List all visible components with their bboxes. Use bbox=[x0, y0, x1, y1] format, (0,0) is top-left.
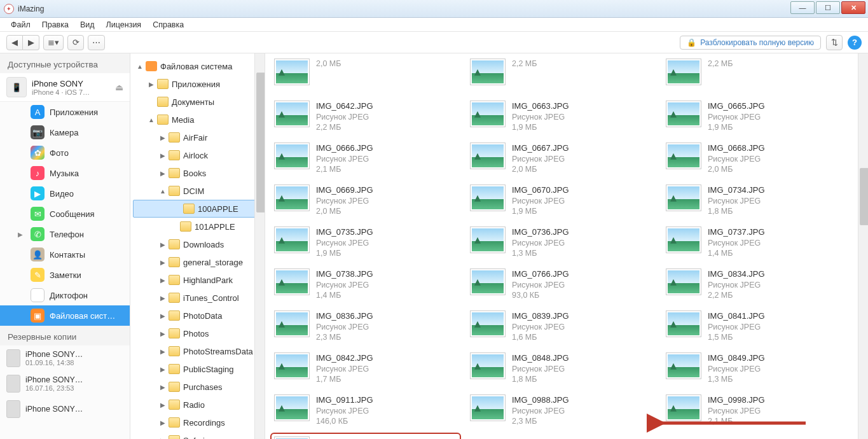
sidebar-item-7[interactable]: 👤Контакты bbox=[0, 244, 130, 265]
tree-arrow-icon: ▶ bbox=[158, 384, 167, 391]
device-header[interactable]: 📱 iPhone SONY iPhone 4 · iOS 7… ⏏ bbox=[0, 73, 130, 102]
eject-icon[interactable]: ⏏ bbox=[115, 82, 123, 92]
tree-node-label: 100APPLE bbox=[198, 204, 238, 214]
tree-node-12[interactable]: ▶iTunes_Control bbox=[130, 289, 265, 307]
view-mode-button[interactable]: ≣▾ bbox=[43, 35, 64, 50]
sidebar-item-label: Телефон bbox=[50, 230, 84, 239]
file-item-19[interactable]: IMG_0839.JPGРисунок JPEG1,6 МБ bbox=[470, 310, 653, 346]
menu-item-3[interactable]: Лицензия bbox=[100, 20, 148, 29]
backup-item-0[interactable]: iPhone SONY…01.09.16, 14:38 bbox=[0, 345, 130, 371]
nav-back-button[interactable]: ◀ bbox=[6, 35, 23, 50]
file-item-0[interactable]: Рисунок JPEG2,0 МБ bbox=[274, 59, 457, 94]
sidebar-item-2[interactable]: ✿Фото bbox=[0, 143, 130, 163]
menu-item-0[interactable]: Файл bbox=[5, 20, 36, 29]
tree-node-5[interactable]: ▶Books bbox=[130, 164, 265, 182]
menu-item-2[interactable]: Вид bbox=[74, 20, 100, 29]
sidebar-item-4[interactable]: ▶Видео bbox=[0, 183, 130, 204]
tree-node-2[interactable]: ▲Media bbox=[130, 111, 265, 129]
tree-node-10[interactable]: ▶general_storage bbox=[130, 253, 265, 271]
file-item-5[interactable]: IMG_0665.JPGРисунок JPEG1,9 МБ bbox=[666, 101, 849, 136]
sidebar-item-0[interactable]: AПриложения bbox=[0, 102, 130, 122]
file-item-2[interactable]: Рисунок JPEG2,2 МБ bbox=[666, 59, 849, 94]
tree-node-19[interactable]: ▶Recordings bbox=[130, 414, 265, 431]
sidebar-item-8[interactable]: ✎Заметки bbox=[0, 265, 130, 285]
tree-node-15[interactable]: ▶PhotoStreamsData bbox=[130, 342, 265, 360]
window-minimize-button[interactable]: — bbox=[790, 1, 815, 14]
file-item-17[interactable]: IMG_0834.JPGРисунок JPEG2,2 МБ bbox=[666, 268, 849, 304]
file-type: Рисунок JPEG bbox=[512, 322, 569, 333]
file-item-1[interactable]: Рисунок JPEG2,2 МБ bbox=[470, 59, 653, 94]
tree-node-17[interactable]: ▶Purchases bbox=[130, 378, 265, 396]
backup-item-1[interactable]: iPhone SONY…16.07.16, 23:53 bbox=[0, 371, 130, 396]
file-item-16[interactable]: IMG_0766.JPGРисунок JPEG93,0 КБ bbox=[470, 268, 653, 304]
backup-item-2[interactable]: iPhone SONY… bbox=[0, 396, 130, 422]
tree-node-0[interactable]: ▶Приложения bbox=[130, 75, 265, 93]
window-maximize-button[interactable]: ☐ bbox=[816, 1, 840, 14]
file-item-8[interactable]: IMG_0668.JPGРисунок JPEG2,0 МБ bbox=[666, 143, 849, 178]
file-item-9[interactable]: IMG_0669.JPGРисунок JPEG2,0 МБ bbox=[274, 185, 457, 220]
unlock-full-version-button[interactable]: 🔒 Разблокировать полную версию bbox=[680, 36, 821, 50]
tree-node-4[interactable]: ▶Airlock bbox=[130, 146, 265, 164]
tree-node-14[interactable]: ▶Photos bbox=[130, 324, 265, 342]
file-name: IMG_0667.JPG bbox=[512, 143, 569, 154]
sync-button[interactable]: ⇅ bbox=[826, 35, 843, 50]
tree-node-11[interactable]: ▶HighlandPark bbox=[130, 271, 265, 289]
tree-node-16[interactable]: ▶PublicStaging bbox=[130, 360, 265, 378]
file-item-26[interactable]: IMG_0998.JPGРисунок JPEG2,1 МБ bbox=[666, 394, 849, 430]
file-item-15[interactable]: IMG_0738.JPGРисунок JPEG1,4 МБ bbox=[274, 268, 457, 304]
tree-scrollbar[interactable] bbox=[254, 53, 265, 439]
sidebar-item-5[interactable]: ✉Сообщения bbox=[0, 204, 130, 224]
file-type: Рисунок JPEG bbox=[316, 112, 373, 123]
file-item-25[interactable]: IMG_0988.JPGРисунок JPEG2,3 МБ bbox=[470, 394, 653, 430]
file-item-18[interactable]: IMG_0836.JPGРисунок JPEG2,3 МБ bbox=[274, 310, 457, 346]
file-item-12[interactable]: IMG_0735.JPGРисунок JPEG1,9 МБ bbox=[274, 226, 457, 262]
file-item-24[interactable]: IMG_0911.JPGРисунок JPEG146,0 КБ bbox=[274, 394, 457, 430]
folder-icon bbox=[180, 221, 191, 232]
tree-node-label: Приложения bbox=[172, 80, 220, 89]
nav-forward-button[interactable]: ▶ bbox=[23, 35, 39, 50]
file-size: 1,5 МБ bbox=[708, 332, 765, 343]
file-name: IMG_0834.JPG bbox=[708, 268, 765, 280]
tree-node-20[interactable]: ▶Safari bbox=[130, 431, 265, 439]
help-button[interactable]: ? bbox=[848, 36, 862, 50]
window-close-button[interactable]: ✕ bbox=[841, 1, 865, 14]
file-item-20[interactable]: IMG_0841.JPGРисунок JPEG1,5 МБ bbox=[666, 310, 849, 346]
tree-node-6[interactable]: ▲DCIM bbox=[130, 182, 265, 200]
file-item-10[interactable]: IMG_0670.JPGРисунок JPEG1,9 МБ bbox=[470, 185, 653, 220]
sidebar-item-9[interactable]: ∿Диктофон bbox=[0, 285, 130, 305]
backup-icon bbox=[6, 349, 20, 367]
chevron-right-icon: ▶ bbox=[18, 231, 23, 238]
options-button[interactable]: ⋯ bbox=[88, 35, 105, 50]
file-item-22[interactable]: IMG_0848.JPGРисунок JPEG1,8 МБ bbox=[470, 352, 653, 388]
file-item-3[interactable]: IMG_0642.JPGРисунок JPEG2,2 МБ bbox=[274, 101, 457, 136]
file-thumbnail bbox=[666, 143, 701, 169]
sidebar-item-3[interactable]: ♪Музыка bbox=[0, 163, 130, 183]
tree-node-9[interactable]: ▶Downloads bbox=[130, 235, 265, 253]
tree-node-1[interactable]: Документы bbox=[130, 93, 265, 111]
sidebar-item-6[interactable]: ▶✆Телефон bbox=[0, 224, 130, 244]
file-item-14[interactable]: IMG_0737.JPGРисунок JPEG1,4 МБ bbox=[666, 226, 849, 262]
file-item-27[interactable]: IMG_0999.JPGРисунок JPEG2,1 МБ bbox=[273, 435, 458, 439]
sidebar-item-1[interactable]: 📷Камера bbox=[0, 122, 130, 143]
file-item-6[interactable]: IMG_0666.JPGРисунок JPEG2,1 МБ bbox=[274, 143, 457, 178]
file-item-21[interactable]: IMG_0842.JPGРисунок JPEG1,7 МБ bbox=[274, 352, 457, 388]
tree-node-7[interactable]: 100APPLE bbox=[133, 200, 262, 218]
tree-node-3[interactable]: ▶AirFair bbox=[130, 129, 265, 146]
file-item-23[interactable]: IMG_0849.JPGРисунок JPEG1,3 МБ bbox=[666, 352, 849, 388]
file-type: Рисунок JPEG bbox=[512, 154, 569, 165]
file-item-7[interactable]: IMG_0667.JPGРисунок JPEG2,0 МБ bbox=[470, 143, 653, 178]
file-item-4[interactable]: IMG_0663.JPGРисунок JPEG1,9 МБ bbox=[470, 101, 653, 136]
menu-item-1[interactable]: Правка bbox=[36, 20, 74, 29]
file-name: IMG_0766.JPG bbox=[512, 268, 569, 280]
file-item-11[interactable]: IMG_0734.JPGРисунок JPEG1,8 МБ bbox=[666, 185, 849, 220]
sidebar-item-10[interactable]: ▣Файловая сист… bbox=[0, 305, 130, 326]
refresh-button[interactable]: ⟳ bbox=[67, 35, 84, 50]
tree-arrow-icon: ▶ bbox=[158, 419, 167, 426]
tree-node-13[interactable]: ▶PhotoData bbox=[130, 307, 265, 324]
menu-item-4[interactable]: Справка bbox=[147, 20, 189, 29]
tree-root[interactable]: ▲ Файловая система bbox=[130, 57, 265, 75]
file-item-13[interactable]: IMG_0736.JPGРисунок JPEG1,3 МБ bbox=[470, 226, 653, 262]
content-scrollbar[interactable] bbox=[858, 53, 868, 439]
tree-node-18[interactable]: ▶Radio bbox=[130, 396, 265, 414]
tree-node-8[interactable]: 101APPLE bbox=[130, 218, 265, 235]
